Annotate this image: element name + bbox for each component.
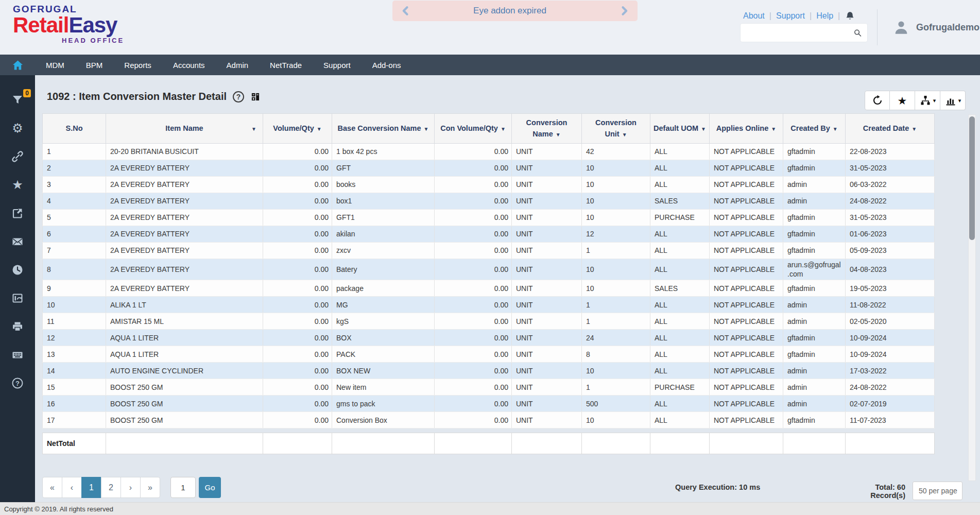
favorites-icon[interactable]: ★ xyxy=(11,179,24,191)
vertical-scrollbar[interactable] xyxy=(968,114,976,481)
nav-home[interactable] xyxy=(0,55,35,75)
nav-item-bpm[interactable]: BPM xyxy=(75,55,114,75)
cell-created-by: admin xyxy=(783,396,846,412)
table-row[interactable]: 32A EVEREDY BATTERY0.00books0.00UNIT10AL… xyxy=(43,177,935,193)
go-button[interactable]: Go xyxy=(199,477,221,498)
cell-conversion-name: UNIT xyxy=(512,379,582,396)
cell-base-conversion-name: PACK xyxy=(332,346,435,363)
nav-item-admin[interactable]: Admin xyxy=(216,55,260,75)
nav-item-mdm[interactable]: MDM xyxy=(35,55,75,75)
cell-item-name: AQUA 1 LITER xyxy=(106,330,263,346)
mail-icon[interactable] xyxy=(11,235,24,248)
col-header-default-uom[interactable]: Default UOM▼ xyxy=(650,114,710,144)
pagination-first[interactable]: « xyxy=(42,477,62,498)
dashboard-widget-icon[interactable] xyxy=(250,92,261,102)
cell-conversion-unit: 500 xyxy=(582,396,650,412)
scrollbar-thumb[interactable] xyxy=(969,116,975,240)
table-row[interactable]: 52A EVEREDY BATTERY0.00GFT10.00UNIT10PUR… xyxy=(43,210,935,226)
banner-next-icon[interactable] xyxy=(619,6,629,16)
table-row[interactable]: 22A EVEREDY BATTERY0.00GFT0.00UNIT10ALLN… xyxy=(43,160,935,177)
copyright-text: Copyright © 2019. All rights reserved xyxy=(4,505,113,513)
table-row[interactable]: 13AQUA 1 LITER0.00PACK0.00UNIT8ALLNOT AP… xyxy=(43,346,935,363)
search-input[interactable] xyxy=(741,24,853,42)
cell-default-uom: SALES xyxy=(650,193,710,210)
page-help-icon[interactable]: ? xyxy=(233,91,244,102)
svg-text:?: ? xyxy=(15,380,20,387)
link-separator: | xyxy=(838,11,840,21)
col-header-con-volume-qty[interactable]: Con Volume/Qty▼ xyxy=(435,114,512,144)
table-row[interactable]: 42A EVEREDY BATTERY0.00box10.00UNIT10SAL… xyxy=(43,193,935,210)
cell-conversion-unit: 1 xyxy=(582,379,650,396)
nav-item-support[interactable]: Support xyxy=(313,55,362,75)
cell-created-by: gftadmin xyxy=(783,243,846,259)
pagination-prev[interactable]: ‹ xyxy=(62,477,82,498)
col-header-base-conversion-name[interactable]: Base Conversion Name▼ xyxy=(332,114,435,144)
settings-icon[interactable]: ⚙ xyxy=(11,122,24,134)
pagination-page-2[interactable]: 2 xyxy=(101,477,121,498)
chart-button[interactable]: ▾ xyxy=(940,91,966,110)
cell-created-by: gftadmin xyxy=(783,226,846,243)
cell-base-conversion-name: MG xyxy=(332,297,435,313)
help-icon[interactable]: ? xyxy=(11,377,24,389)
cell-con-volume-qty: 0.00 xyxy=(435,144,512,160)
table-row[interactable]: 82A EVEREDY BATTERY0.00Batery0.00UNIT10A… xyxy=(43,259,935,280)
link-support[interactable]: Support xyxy=(776,11,805,21)
cell-base-conversion-name: Conversion Box xyxy=(332,412,435,428)
history-icon[interactable] xyxy=(11,264,24,276)
pagination-page-1[interactable]: 1 xyxy=(81,477,101,498)
cell-applies-online: NOT APPLICABLE xyxy=(710,226,783,243)
dashboard-icon[interactable] xyxy=(11,292,24,304)
table-row[interactable]: 62A EVEREDY BATTERY0.00akilan0.00UNIT12A… xyxy=(43,226,935,243)
col-header-conversion-unit[interactable]: Conversion Unit▼ xyxy=(582,114,650,144)
records-table: S.NoItem Name▼Volume/Qty▼Base Conversion… xyxy=(42,113,935,428)
table-row[interactable]: 10ALIKA 1 LT0.00MG0.00UNIT1ALLNOT APPLIC… xyxy=(43,297,935,313)
col-header-created-by[interactable]: Created By▼ xyxy=(783,114,846,144)
pagination-last[interactable]: » xyxy=(140,477,160,498)
table-row[interactable]: 72A EVEREDY BATTERY0.00zxcv0.00UNIT1ALLN… xyxy=(43,243,935,259)
table-row[interactable]: 17BOOST 250 GM0.00Conversion Box0.00UNIT… xyxy=(43,412,935,428)
table-row[interactable]: 12AQUA 1 LITER0.00BOX0.00UNIT24ALLNOT AP… xyxy=(43,330,935,346)
link-about[interactable]: About xyxy=(743,11,765,21)
nav-item-nettrade[interactable]: NetTrade xyxy=(259,55,313,75)
filter-icon[interactable]: 0 xyxy=(11,94,24,106)
pagination-next[interactable]: › xyxy=(121,477,141,498)
nettotal-row: NetTotal xyxy=(43,433,935,454)
cell-con-volume-qty: 0.00 xyxy=(435,379,512,396)
cell-applies-online: NOT APPLICABLE xyxy=(710,243,783,259)
nav-item-accounts[interactable]: Accounts xyxy=(162,55,216,75)
nav-item-reports[interactable]: Reports xyxy=(113,55,162,75)
goto-page-input[interactable] xyxy=(170,477,196,498)
col-header-created-date[interactable]: Created Date▼ xyxy=(846,114,935,144)
table-row[interactable]: 92A EVEREDY BATTERY0.00package0.00UNIT10… xyxy=(43,280,935,297)
search-icon[interactable] xyxy=(853,28,862,38)
nav-item-add-ons[interactable]: Add-ons xyxy=(362,55,412,75)
keyboard-icon[interactable] xyxy=(11,349,24,361)
table-row[interactable]: 16BOOST 250 GM0.00gms to pack0.00UNIT500… xyxy=(43,396,935,412)
col-header-applies-online[interactable]: Applies Online▼ xyxy=(710,114,783,144)
refresh-button[interactable] xyxy=(865,91,890,110)
favorite-button[interactable]: ★ xyxy=(890,91,915,110)
col-header-conversion-name[interactable]: Conversion Name▼ xyxy=(512,114,582,144)
col-header-volume-qty[interactable]: Volume/Qty▼ xyxy=(263,114,332,144)
table-row[interactable]: 11AMISTAR 15 ML0.00kgS0.00UNIT1ALLNOT AP… xyxy=(43,313,935,330)
cell-created-by: admin xyxy=(783,313,846,330)
cell-item-name: 2A EVEREDY BATTERY xyxy=(106,160,263,177)
cell-conversion-name: UNIT xyxy=(512,226,582,243)
share-icon[interactable] xyxy=(11,207,24,219)
print-icon[interactable] xyxy=(11,320,24,333)
per-page-select[interactable]: 50 per page xyxy=(913,482,962,500)
cell-default-uom: ALL xyxy=(650,243,710,259)
cell-conversion-unit: 10 xyxy=(582,193,650,210)
table-zone: S.NoItem Name▼Volume/Qty▼Base Conversion… xyxy=(42,113,934,454)
table-row[interactable]: 14AUTO ENGINE CYCLINDER0.00BOX NEW0.00UN… xyxy=(43,363,935,379)
col-header-item-name[interactable]: Item Name▼ xyxy=(106,114,263,144)
table-row[interactable]: 15BOOST 250 GM0.00New item0.00UNIT1PURCH… xyxy=(43,379,935,396)
banner-prev-icon[interactable] xyxy=(401,6,411,16)
table-row[interactable]: 120-20 BRITANIA BUSICUIT0.001 box 42 pcs… xyxy=(43,144,935,160)
notifications-bell-icon[interactable] xyxy=(845,11,855,22)
cell-conversion-unit: 1 xyxy=(582,297,650,313)
user-menu[interactable]: Gofrugaldemo xyxy=(877,9,979,45)
link-icon[interactable] xyxy=(11,150,24,163)
hierarchy-button[interactable]: ▾ xyxy=(915,91,940,110)
link-help[interactable]: Help xyxy=(816,11,833,21)
